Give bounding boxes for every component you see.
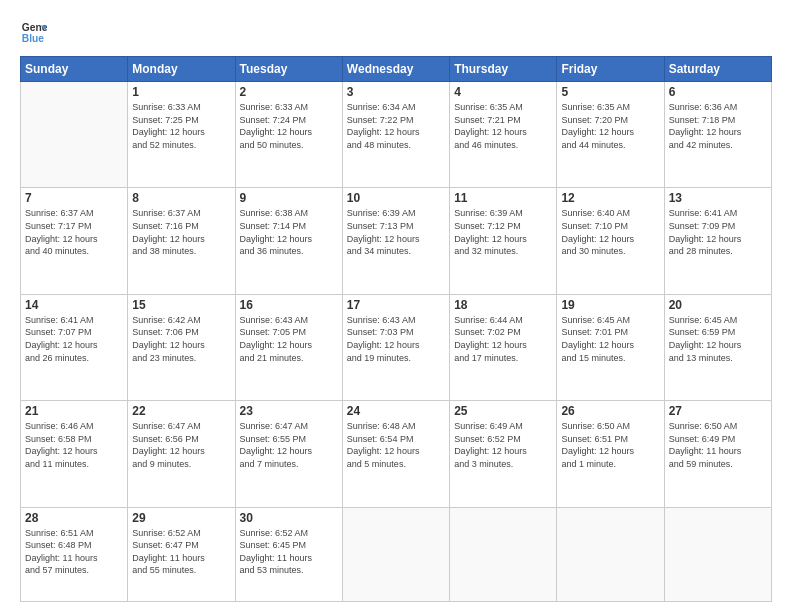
day-number: 12 [561,191,659,205]
day-number: 30 [240,511,338,525]
day-info: Sunrise: 6:39 AM Sunset: 7:12 PM Dayligh… [454,207,552,257]
day-info: Sunrise: 6:52 AM Sunset: 6:45 PM Dayligh… [240,527,338,577]
page: General Blue SundayMondayTuesdayWednesda… [0,0,792,612]
day-number: 2 [240,85,338,99]
calendar-cell: 25Sunrise: 6:49 AM Sunset: 6:52 PM Dayli… [450,401,557,507]
calendar-cell: 3Sunrise: 6:34 AM Sunset: 7:22 PM Daylig… [342,82,449,188]
calendar-cell: 4Sunrise: 6:35 AM Sunset: 7:21 PM Daylig… [450,82,557,188]
day-info: Sunrise: 6:35 AM Sunset: 7:20 PM Dayligh… [561,101,659,151]
calendar-cell: 29Sunrise: 6:52 AM Sunset: 6:47 PM Dayli… [128,507,235,601]
week-row-5: 28Sunrise: 6:51 AM Sunset: 6:48 PM Dayli… [21,507,772,601]
header: General Blue [20,18,772,46]
calendar-cell: 27Sunrise: 6:50 AM Sunset: 6:49 PM Dayli… [664,401,771,507]
day-info: Sunrise: 6:45 AM Sunset: 7:01 PM Dayligh… [561,314,659,364]
calendar-cell: 26Sunrise: 6:50 AM Sunset: 6:51 PM Dayli… [557,401,664,507]
day-number: 29 [132,511,230,525]
day-number: 18 [454,298,552,312]
week-row-1: 1Sunrise: 6:33 AM Sunset: 7:25 PM Daylig… [21,82,772,188]
day-info: Sunrise: 6:41 AM Sunset: 7:07 PM Dayligh… [25,314,123,364]
calendar-cell: 23Sunrise: 6:47 AM Sunset: 6:55 PM Dayli… [235,401,342,507]
calendar-cell: 2Sunrise: 6:33 AM Sunset: 7:24 PM Daylig… [235,82,342,188]
week-row-2: 7Sunrise: 6:37 AM Sunset: 7:17 PM Daylig… [21,188,772,294]
calendar-cell [342,507,449,601]
day-number: 26 [561,404,659,418]
day-info: Sunrise: 6:47 AM Sunset: 6:55 PM Dayligh… [240,420,338,470]
calendar-cell: 13Sunrise: 6:41 AM Sunset: 7:09 PM Dayli… [664,188,771,294]
calendar-cell: 10Sunrise: 6:39 AM Sunset: 7:13 PM Dayli… [342,188,449,294]
day-number: 28 [25,511,123,525]
day-info: Sunrise: 6:51 AM Sunset: 6:48 PM Dayligh… [25,527,123,577]
calendar-cell: 19Sunrise: 6:45 AM Sunset: 7:01 PM Dayli… [557,294,664,400]
day-number: 19 [561,298,659,312]
calendar-cell: 21Sunrise: 6:46 AM Sunset: 6:58 PM Dayli… [21,401,128,507]
calendar-cell: 16Sunrise: 6:43 AM Sunset: 7:05 PM Dayli… [235,294,342,400]
day-info: Sunrise: 6:34 AM Sunset: 7:22 PM Dayligh… [347,101,445,151]
day-number: 15 [132,298,230,312]
day-info: Sunrise: 6:41 AM Sunset: 7:09 PM Dayligh… [669,207,767,257]
calendar-cell: 6Sunrise: 6:36 AM Sunset: 7:18 PM Daylig… [664,82,771,188]
calendar-cell [664,507,771,601]
day-info: Sunrise: 6:38 AM Sunset: 7:14 PM Dayligh… [240,207,338,257]
calendar-cell: 24Sunrise: 6:48 AM Sunset: 6:54 PM Dayli… [342,401,449,507]
day-info: Sunrise: 6:48 AM Sunset: 6:54 PM Dayligh… [347,420,445,470]
day-number: 17 [347,298,445,312]
day-info: Sunrise: 6:50 AM Sunset: 6:51 PM Dayligh… [561,420,659,470]
calendar-cell [21,82,128,188]
day-info: Sunrise: 6:52 AM Sunset: 6:47 PM Dayligh… [132,527,230,577]
week-row-3: 14Sunrise: 6:41 AM Sunset: 7:07 PM Dayli… [21,294,772,400]
day-info: Sunrise: 6:43 AM Sunset: 7:03 PM Dayligh… [347,314,445,364]
calendar-cell: 11Sunrise: 6:39 AM Sunset: 7:12 PM Dayli… [450,188,557,294]
day-info: Sunrise: 6:49 AM Sunset: 6:52 PM Dayligh… [454,420,552,470]
day-number: 11 [454,191,552,205]
day-number: 25 [454,404,552,418]
day-info: Sunrise: 6:45 AM Sunset: 6:59 PM Dayligh… [669,314,767,364]
day-number: 22 [132,404,230,418]
day-info: Sunrise: 6:47 AM Sunset: 6:56 PM Dayligh… [132,420,230,470]
day-info: Sunrise: 6:35 AM Sunset: 7:21 PM Dayligh… [454,101,552,151]
day-number: 3 [347,85,445,99]
day-number: 21 [25,404,123,418]
weekday-header-row: SundayMondayTuesdayWednesdayThursdayFrid… [21,57,772,82]
day-number: 16 [240,298,338,312]
weekday-sunday: Sunday [21,57,128,82]
calendar-cell: 1Sunrise: 6:33 AM Sunset: 7:25 PM Daylig… [128,82,235,188]
calendar-cell: 12Sunrise: 6:40 AM Sunset: 7:10 PM Dayli… [557,188,664,294]
day-number: 23 [240,404,338,418]
weekday-tuesday: Tuesday [235,57,342,82]
day-number: 14 [25,298,123,312]
calendar-table: SundayMondayTuesdayWednesdayThursdayFrid… [20,56,772,602]
logo-icon: General Blue [20,18,48,46]
calendar-cell: 5Sunrise: 6:35 AM Sunset: 7:20 PM Daylig… [557,82,664,188]
day-number: 20 [669,298,767,312]
logo: General Blue [20,18,48,46]
day-number: 8 [132,191,230,205]
calendar-cell: 8Sunrise: 6:37 AM Sunset: 7:16 PM Daylig… [128,188,235,294]
day-info: Sunrise: 6:39 AM Sunset: 7:13 PM Dayligh… [347,207,445,257]
svg-text:Blue: Blue [22,33,45,44]
calendar-cell: 15Sunrise: 6:42 AM Sunset: 7:06 PM Dayli… [128,294,235,400]
day-info: Sunrise: 6:40 AM Sunset: 7:10 PM Dayligh… [561,207,659,257]
day-info: Sunrise: 6:42 AM Sunset: 7:06 PM Dayligh… [132,314,230,364]
day-number: 1 [132,85,230,99]
day-info: Sunrise: 6:50 AM Sunset: 6:49 PM Dayligh… [669,420,767,470]
weekday-thursday: Thursday [450,57,557,82]
day-info: Sunrise: 6:37 AM Sunset: 7:16 PM Dayligh… [132,207,230,257]
day-number: 9 [240,191,338,205]
calendar-cell: 20Sunrise: 6:45 AM Sunset: 6:59 PM Dayli… [664,294,771,400]
day-info: Sunrise: 6:36 AM Sunset: 7:18 PM Dayligh… [669,101,767,151]
day-number: 5 [561,85,659,99]
weekday-monday: Monday [128,57,235,82]
day-number: 6 [669,85,767,99]
day-number: 7 [25,191,123,205]
day-number: 24 [347,404,445,418]
day-number: 27 [669,404,767,418]
day-info: Sunrise: 6:43 AM Sunset: 7:05 PM Dayligh… [240,314,338,364]
day-number: 10 [347,191,445,205]
calendar-cell [450,507,557,601]
calendar-cell [557,507,664,601]
calendar-cell: 18Sunrise: 6:44 AM Sunset: 7:02 PM Dayli… [450,294,557,400]
day-number: 4 [454,85,552,99]
weekday-saturday: Saturday [664,57,771,82]
calendar-cell: 14Sunrise: 6:41 AM Sunset: 7:07 PM Dayli… [21,294,128,400]
calendar-cell: 9Sunrise: 6:38 AM Sunset: 7:14 PM Daylig… [235,188,342,294]
